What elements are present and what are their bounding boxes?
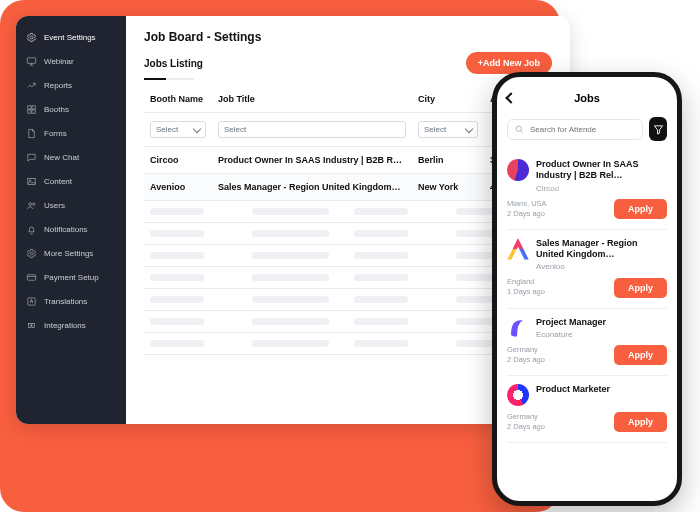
sidebar-item-users[interactable]: Users: [16, 194, 126, 217]
skeleton-row: [144, 333, 552, 355]
sidebar-item-booths[interactable]: Booths: [16, 98, 126, 121]
company-logo-icon: [507, 159, 529, 181]
sidebar-item-reports[interactable]: Reports: [16, 74, 126, 97]
svg-point-20: [516, 126, 521, 131]
job-card[interactable]: Project ManagerEconatureGermany2 Days ag…: [507, 309, 667, 377]
skeleton-row: [144, 201, 552, 223]
job-meta: England1 Days ago: [507, 277, 545, 297]
filter-city-select[interactable]: Select: [418, 121, 478, 138]
sidebar-item-label: Payment Setup: [44, 273, 99, 282]
tab-indicator: [144, 78, 194, 80]
skeleton-row: [144, 267, 552, 289]
job-card[interactable]: Sales Manager - Region United Kingdom…Av…: [507, 230, 667, 309]
apply-button[interactable]: Apply: [614, 345, 667, 365]
sidebar-item-forms[interactable]: Forms: [16, 122, 126, 145]
bell-icon: [26, 224, 37, 235]
apply-button[interactable]: Apply: [614, 412, 667, 432]
sidebar-item-label: New Chat: [44, 153, 79, 162]
sidebar-item-label: Translations: [44, 297, 87, 306]
search-input[interactable]: [530, 125, 635, 134]
chart-icon: [26, 80, 37, 91]
job-title: Project Manager: [536, 317, 667, 328]
sidebar-item-integrations[interactable]: Integrations: [16, 314, 126, 337]
users-icon: [26, 200, 37, 211]
col-header-title: Job Title: [212, 86, 412, 112]
col-header-booth: Booth Name: [144, 86, 212, 112]
svg-marker-22: [654, 125, 662, 133]
section-subhead: Jobs Listing: [144, 58, 203, 69]
company-logo-icon: [507, 317, 529, 339]
sidebar-item-label: Notifications: [44, 225, 88, 234]
sidebar-item-label: Webinar: [44, 57, 74, 66]
svg-rect-13: [27, 275, 35, 281]
table-row[interactable]: CircooProduct Owner In SAAS Industry | B…: [144, 147, 552, 174]
sidebar-item-new-chat[interactable]: New Chat: [16, 146, 126, 169]
add-new-job-button[interactable]: +Add New Job: [466, 52, 552, 74]
card-icon: [26, 272, 37, 283]
table-header-row: Booth Name Job Title City Applicant Coun…: [144, 86, 552, 113]
sidebar-item-more-settings[interactable]: More Settings: [16, 242, 126, 265]
chat-icon: [26, 152, 37, 163]
lang-icon: A: [26, 296, 37, 307]
svg-text:A: A: [30, 299, 34, 304]
job-meta: Miami, USA2 Days ago: [507, 199, 547, 219]
sidebar-item-payment-setup[interactable]: Payment Setup: [16, 266, 126, 289]
search-input-wrapper[interactable]: [507, 119, 643, 140]
svg-line-21: [521, 130, 523, 132]
sidebar-item-label: Forms: [44, 129, 67, 138]
svg-rect-7: [32, 110, 35, 113]
cell-title: Product Owner In SAAS Industry | B2B Rel…: [212, 147, 412, 173]
sidebar-item-label: Integrations: [44, 321, 86, 330]
table-filter-row: Select Select Select: [144, 113, 552, 147]
svg-point-11: [33, 203, 35, 205]
svg-point-12: [30, 252, 33, 255]
file-icon: [26, 128, 37, 139]
sidebar-item-webinar[interactable]: Webinar: [16, 50, 126, 73]
col-header-city: City: [412, 86, 484, 112]
job-title: Sales Manager - Region United Kingdom…: [536, 238, 667, 261]
sidebar-item-label: Booths: [44, 105, 69, 114]
sidebar-item-content[interactable]: Content: [16, 170, 126, 193]
plug-icon: [26, 320, 37, 331]
desktop-panel: Event SettingsWebinarReportsBoothsFormsN…: [16, 16, 570, 424]
sidebar-item-label: Users: [44, 201, 65, 210]
sidebar-item-label: Content: [44, 177, 72, 186]
sidebar-item-label: Reports: [44, 81, 72, 90]
svg-rect-6: [28, 110, 31, 113]
job-company: Econature: [536, 330, 667, 339]
jobs-table: Booth Name Job Title City Applicant Coun…: [144, 86, 552, 355]
filter-title-select[interactable]: Select: [218, 121, 406, 138]
filter-button[interactable]: [649, 117, 667, 141]
sidebar-item-event-settings[interactable]: Event Settings: [16, 26, 126, 49]
cell-city: New York: [412, 174, 484, 200]
chevron-down-icon: [465, 124, 473, 132]
skeleton-row: [144, 223, 552, 245]
job-company: Avenioo: [536, 262, 667, 271]
phone-title: Jobs: [574, 92, 600, 104]
job-title: Product Owner In SAAS Industry | B2B Rel…: [536, 159, 667, 182]
page-title: Job Board - Settings: [144, 30, 552, 44]
back-button[interactable]: [505, 92, 516, 103]
svg-rect-17: [28, 324, 31, 328]
company-logo-icon: [507, 238, 529, 260]
apply-button[interactable]: Apply: [614, 199, 667, 219]
phone-frame: Jobs Product Owner In SAAS Industry | B2…: [492, 72, 682, 506]
table-row[interactable]: AveniooSales Manager - Region United Kin…: [144, 174, 552, 201]
phone-header: Jobs: [507, 87, 667, 109]
skeleton-row: [144, 311, 552, 333]
sidebar-item-translations[interactable]: ATranslations: [16, 290, 126, 313]
job-card[interactable]: Product Owner In SAAS Industry | B2B Rel…: [507, 151, 667, 230]
image-icon: [26, 176, 37, 187]
svg-point-10: [29, 203, 32, 206]
sidebar-item-notifications[interactable]: Notifications: [16, 218, 126, 241]
gear-icon: [26, 32, 37, 43]
cell-booth: Circoo: [144, 147, 212, 173]
job-company: Circoo: [536, 184, 667, 193]
job-card[interactable]: Product MarketerGermany2 Days agoApply: [507, 376, 667, 443]
chevron-down-icon: [193, 124, 201, 132]
filter-booth-select[interactable]: Select: [150, 121, 206, 138]
skeleton-row: [144, 245, 552, 267]
apply-button[interactable]: Apply: [614, 278, 667, 298]
svg-rect-5: [32, 106, 35, 109]
job-title: Product Marketer: [536, 384, 667, 395]
